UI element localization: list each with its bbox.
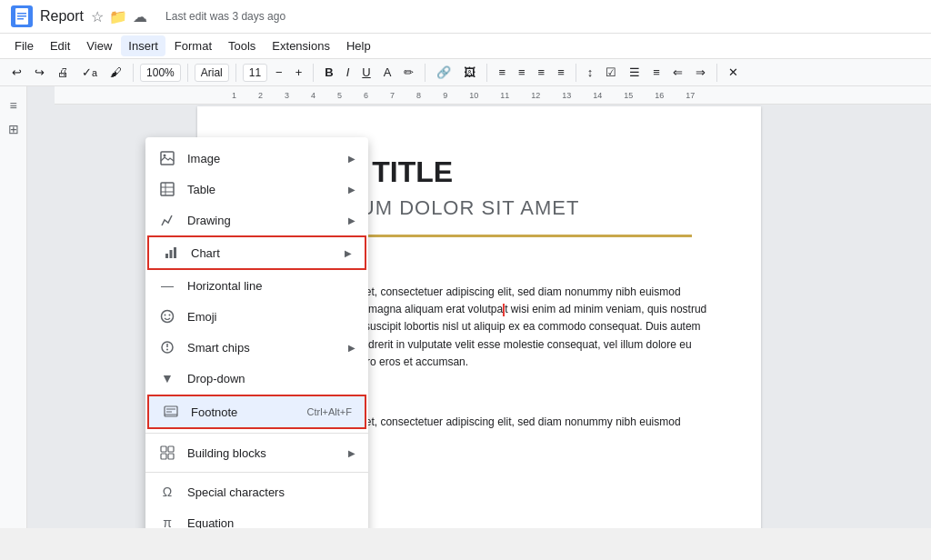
buildingblocks-menu-icon (158, 444, 176, 462)
font-size-increase[interactable]: + (291, 63, 307, 82)
menu-item-hline[interactable]: — Horizontal line (145, 270, 368, 301)
insert-dropdown-menu[interactable]: Image ▶ Table ▶ Drawing (145, 137, 368, 528)
sidebar-pages-btn[interactable]: ⊞ (4, 119, 24, 139)
menu-file[interactable]: File (7, 35, 41, 56)
hline-menu-icon: — (158, 276, 176, 295)
menu-item-emoji[interactable]: Emoji (145, 301, 368, 332)
menu-item-footnote[interactable]: Footnote Ctrl+Alt+F (147, 395, 366, 429)
menu-item-table[interactable]: Table ▶ (145, 174, 368, 205)
specialchars-menu-icon: Ω (158, 483, 176, 501)
underline-button[interactable]: U (357, 63, 375, 82)
checklist-button[interactable]: ☑ (601, 63, 621, 82)
numbered-list-button[interactable]: ≡ (648, 63, 665, 82)
emoji-menu-icon (158, 307, 176, 325)
menu-item-equation[interactable]: π Equation (145, 507, 368, 528)
footnote-shortcut: Ctrl+Alt+F (306, 406, 352, 417)
menu-help[interactable]: Help (339, 35, 378, 56)
chart-arrow-icon: ▶ (345, 248, 352, 258)
toolbar-sep-6 (486, 64, 487, 82)
print-button[interactable]: 🖨 (53, 63, 74, 82)
image-arrow-icon: ▶ (348, 154, 355, 164)
menu-item-emoji-label: Emoji (187, 310, 355, 324)
menu-item-dropdown-label: Drop-down (187, 372, 355, 385)
menu-item-drawing-label: Drawing (187, 214, 348, 227)
svg-rect-4 (161, 152, 174, 165)
clear-format-button[interactable]: ✕ (724, 63, 743, 82)
menu-tools[interactable]: Tools (221, 35, 263, 56)
doc-title: Report (40, 8, 84, 25)
title-bar: Report ☆ 📁 ☁ Last edit was 3 days ago (0, 0, 931, 34)
menu-item-hline-label: Horizontal line (187, 279, 355, 293)
menu-item-equation-label: Equation (187, 516, 355, 529)
menu-item-smartchips-label: Smart chips (187, 341, 348, 355)
undo-button[interactable]: ↩ (7, 63, 26, 82)
menu-item-chart[interactable]: Chart ▶ (147, 235, 366, 270)
svg-point-5 (164, 155, 166, 157)
indent-decrease-button[interactable]: ⇐ (668, 63, 687, 82)
menu-item-footnote-label: Footnote (191, 405, 299, 419)
svg-rect-6 (161, 183, 174, 195)
svg-rect-26 (168, 454, 174, 459)
menu-insert[interactable]: Insert (121, 35, 165, 56)
font-family-select[interactable]: Arial (195, 64, 229, 82)
bullet-list-button[interactable]: ☰ (625, 63, 645, 82)
menu-item-buildingblocks[interactable]: Building blocks ▶ (145, 437, 368, 468)
ruler: 1 2 3 4 5 6 7 8 9 10 11 12 13 14 15 16 1… (55, 86, 931, 105)
star-icon[interactable]: ☆ (91, 8, 104, 25)
svg-rect-10 (165, 254, 168, 258)
menu-extensions[interactable]: Extensions (265, 35, 337, 56)
menu-div-1 (145, 433, 368, 434)
toolbar-sep-5 (425, 64, 425, 82)
menu-view[interactable]: View (79, 35, 119, 56)
drive-icon[interactable]: 📁 (109, 8, 127, 25)
menu-item-image[interactable]: Image ▶ (145, 143, 368, 174)
toolbar-sep-3 (235, 64, 236, 82)
footnote-menu-icon (162, 403, 180, 421)
menu-edit[interactable]: Edit (43, 35, 77, 56)
zoom-select[interactable]: 100% (140, 64, 181, 82)
image-menu-icon (158, 149, 176, 167)
svg-rect-11 (170, 250, 173, 258)
menu-format[interactable]: Format (167, 35, 219, 56)
align-center-button[interactable]: ≡ (514, 63, 530, 82)
bold-button[interactable]: B (320, 63, 337, 82)
font-size-decrease[interactable]: − (271, 63, 287, 82)
drawing-arrow-icon: ▶ (348, 215, 355, 225)
svg-rect-12 (174, 247, 176, 258)
spellcheck-button[interactable]: ✓a (77, 63, 102, 82)
image-toolbar-button[interactable]: 🖼 (459, 63, 480, 82)
menu-item-buildingblocks-label: Building blocks (187, 446, 348, 460)
table-arrow-icon: ▶ (348, 185, 355, 195)
main-area: ≡ ⊞ 1 2 3 4 5 6 7 8 9 10 11 12 13 14 15 … (0, 86, 931, 528)
toolbar-sep-8 (716, 64, 717, 82)
align-left-button[interactable]: ≡ (494, 63, 510, 82)
italic-button[interactable]: I (342, 63, 355, 82)
menu-bar: File Edit View Insert Format Tools Exten… (0, 34, 931, 59)
menu-item-specialchars-label: Special characters (187, 485, 355, 499)
dropdown-menu-icon: ▼ (158, 369, 176, 387)
menu-item-image-label: Image (187, 152, 348, 165)
menu-item-drawing[interactable]: Drawing ▶ (145, 205, 368, 235)
menu-item-dropdown[interactable]: ▼ Drop-down (145, 363, 368, 394)
line-spacing-button[interactable]: ↕ (583, 63, 598, 82)
redo-button[interactable]: ↪ (30, 63, 49, 82)
text-color-button[interactable]: A (379, 63, 396, 82)
svg-point-15 (169, 315, 171, 316)
paint-button[interactable]: 🖌 (105, 63, 126, 82)
svg-point-13 (162, 311, 174, 323)
drawing-menu-icon (158, 211, 176, 229)
menu-item-smartchips[interactable]: Smart chips ▶ (145, 332, 368, 363)
highlight-button[interactable]: ✏ (399, 63, 418, 82)
title-actions: ☆ 📁 ☁ (91, 8, 147, 25)
doc-area: 1 2 3 4 5 6 7 8 9 10 11 12 13 14 15 16 1… (27, 86, 931, 528)
menu-item-specialchars[interactable]: Ω Special characters (145, 476, 368, 507)
link-button[interactable]: 🔗 (432, 63, 455, 82)
font-size-field[interactable]: 11 (243, 64, 267, 82)
sidebar-outline-btn[interactable]: ≡ (4, 95, 24, 115)
menu-item-chart-label: Chart (191, 246, 345, 260)
align-right-button[interactable]: ≡ (534, 63, 550, 82)
cloudsave-icon: ☁ (133, 8, 147, 25)
svg-point-18 (166, 349, 168, 351)
indent-increase-button[interactable]: ⇒ (691, 63, 710, 82)
align-justify-button[interactable]: ≡ (553, 63, 569, 82)
